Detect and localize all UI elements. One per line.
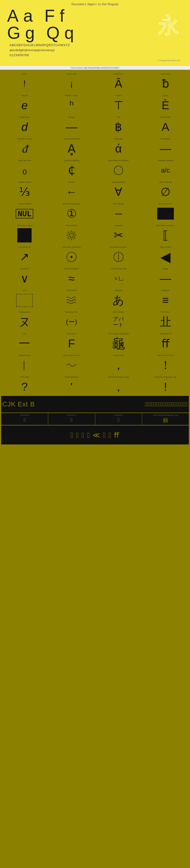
symbol-phoneticextsup: ᵭ	[22, 141, 27, 156]
letter-group-af: A a F f G g Q q	[7, 7, 74, 41]
label-kanasup: Kana Sup	[2, 376, 47, 378]
svg-line-16	[73, 231, 73, 233]
symbol-smallforms: ，	[113, 358, 124, 373]
symbol-latinextc: ∨	[21, 271, 29, 286]
symbol-misctech: ∅	[160, 184, 170, 199]
dashed-rect	[16, 294, 33, 307]
alphabet-upper: ABCDEFGHIJKLMNOPQRSTUVWXYZ	[9, 43, 181, 48]
kanji-display: 永	[154, 12, 183, 36]
letter-Q: Q	[46, 24, 60, 41]
letter-g: g	[25, 24, 35, 41]
symbol-hebrew: —	[66, 119, 77, 135]
svg-line-17	[70, 238, 70, 240]
label-miscarrows: Misc Arrows	[143, 246, 188, 248]
cell-enclosedalphanumsup: Enclosed Alphanum Sup ,	[95, 374, 142, 396]
cjk-label-b: CJK Ext B 𠀀	[1, 413, 48, 425]
label-latinextadd: Latin Ext Additional	[49, 138, 94, 140]
symbol-ipaext: e	[22, 98, 28, 113]
symbol-cjkcompatideo: 龜	[112, 336, 125, 351]
symbol-etc	[16, 293, 33, 308]
symbol-numforms: ⅓	[19, 184, 30, 199]
cjk-b-label: CJK Ext B	[2, 401, 35, 408]
cjk-b-chars: 𠀀𠀁𠀂𠀃𠀄𠀅𠀆𠀇𠀈𠀉𠀊𠀋𠀌𠀍𠀎𠀏𠀐𠀑𠀒	[35, 401, 188, 408]
cell-hiragana: Hiragana あ	[95, 287, 142, 309]
label-boxdrawing: Box Drawing	[96, 203, 141, 205]
grid-section: ASCII ! Latin 1 Sup ¡ Latin Ext A Ā Lati…	[0, 70, 190, 446]
letter-A: A	[7, 7, 18, 24]
cell-punctuation: Punctuation —	[142, 136, 189, 157]
label-cyrillicsup: Cyrillic Sup	[2, 116, 47, 119]
cell-controlpix: Control Pictures NUL	[1, 201, 48, 222]
label-blockelements: Block Elements	[143, 203, 188, 205]
cell-mathalphanum: Math Alphanum '	[48, 374, 95, 396]
cell-suppunctuation: Sup Punctuation ≈	[48, 266, 95, 287]
cell-cjkcompat: CJK Compat アパート	[95, 309, 142, 331]
label-latinexa: Latin Ext A	[96, 73, 141, 75]
cell-mathops: Math Operators ∀	[95, 179, 142, 200]
cell-latinexa: Latin Ext A Ā	[95, 71, 142, 92]
symbol-enclosedalphanums: ①	[67, 206, 77, 221]
svg-line-11	[68, 234, 69, 234]
kanji-svg: 永	[156, 12, 182, 36]
label-suppunctuation: Sup Punctuation	[49, 268, 94, 270]
cjk-label-d: CJK Ext D 𫝀	[95, 413, 142, 425]
label-verticalforms: Vertical Forms	[2, 354, 47, 357]
label-cjkradicalssup: CJK Radicals Sup	[96, 268, 141, 270]
symbol-currency: ₵	[68, 163, 75, 178]
symbol-halffulls: ！	[160, 358, 171, 373]
cell-dingbats: Dingbats ✂	[95, 222, 142, 244]
alphabet-lower: abcdefghijklmnopqrstuvwxyz	[9, 48, 181, 53]
cell-cjkexta: CJK Ext A 㐀	[142, 309, 189, 331]
symbol-cjkcompat: アパート	[113, 314, 124, 330]
symbol-latinextadd: Ḁ	[68, 141, 76, 156]
symbol-enclosedcjk: (ー)	[66, 314, 77, 330]
svg-line-13	[74, 234, 76, 234]
cjk-final-chars: 𠀀 丽 𪜀 𫝀 ≪ 龜 㐀 ﬀ	[71, 431, 120, 439]
cell-latinextc: Latin Ext C ∨	[1, 266, 48, 287]
label-halffulls: Half And Full Forms	[143, 354, 188, 357]
label-currency: Currency Symbols	[49, 159, 94, 162]
cell-cjksymbol: CJK Symbol	[48, 287, 95, 309]
symbol-miscsymbols	[66, 228, 77, 243]
symbol-cjkexta: 㐀	[160, 314, 171, 330]
cell-kango: Kango —	[142, 266, 189, 287]
cell-greekext: Greek Ext ά	[95, 136, 142, 157]
symbol-latinexa: Ā	[115, 76, 122, 91]
label-hiragana: Hiragana	[96, 289, 141, 292]
symbol-katakana: ≡	[162, 293, 169, 308]
cjk-row-b: CJK Ext B 𠀀𠀁𠀂𠀃𠀄𠀅𠀆𠀇𠀈𠀉𠀊𠀋𠀌𠀍𠀎𠀏𠀐𠀑𠀒	[1, 396, 189, 412]
cell-arrows: Arrows ←	[48, 179, 95, 200]
label-phoneticext: Phonetic Ext	[143, 116, 188, 119]
cell-katakana: Katakana ≡	[142, 287, 189, 309]
label-enclosedcjk: Enclosed CJK	[49, 311, 94, 313]
symbol-hiragana: あ	[113, 293, 124, 308]
letter-G: G	[7, 24, 21, 41]
symbol-boxdrawing: ─	[115, 206, 122, 221]
cell-enclosedideosup: Enclosed Ideographic Sup !	[142, 374, 189, 396]
label-dingbats: Dingbats	[96, 224, 141, 227]
svg-line-18	[73, 238, 73, 240]
numbers-line: 0123456789	[9, 53, 181, 58]
symbol-punctuation: —	[160, 141, 171, 156]
label-kango: Kango	[143, 268, 188, 270]
label-katakanaext: Katakana Ext	[2, 311, 47, 313]
cell-miscarrows: Misc Arrows ◀	[142, 244, 189, 266]
black-square	[17, 228, 32, 243]
label-alphabeticpf: Alphabetic PF	[143, 333, 188, 335]
cell-blockelements: Block Elements	[142, 201, 189, 222]
cjk-label-compat-ideo: CJK Compat Ideographic Sup 丽	[142, 413, 189, 425]
label-punctuation: Punctuation	[143, 138, 188, 140]
cell-greek: Greek ⊤	[95, 93, 142, 114]
symbol-katakanaext: ヌ	[19, 314, 30, 330]
label-arrows: Arrows	[49, 181, 94, 183]
label-cjkcompatideo: CJK Compat Ideographs	[96, 333, 141, 335]
label-phoneticextsup: Phonetic Ext Sup	[2, 138, 47, 140]
label-numforms: Number Forms	[2, 181, 47, 183]
label-ascii: ASCII	[2, 73, 47, 75]
label-misctech: Misc Technical	[143, 181, 188, 183]
label-greekext: Greek Ext	[96, 138, 141, 140]
cell-latinextadd: Latin Ext Additional Ḁ	[48, 136, 95, 157]
cell-miscsymbols: Misc Symbols	[48, 222, 95, 244]
cell-numforms: Number Forms ⅓	[1, 179, 48, 200]
label-suparrowsb: Sup Arrows B	[2, 246, 47, 248]
